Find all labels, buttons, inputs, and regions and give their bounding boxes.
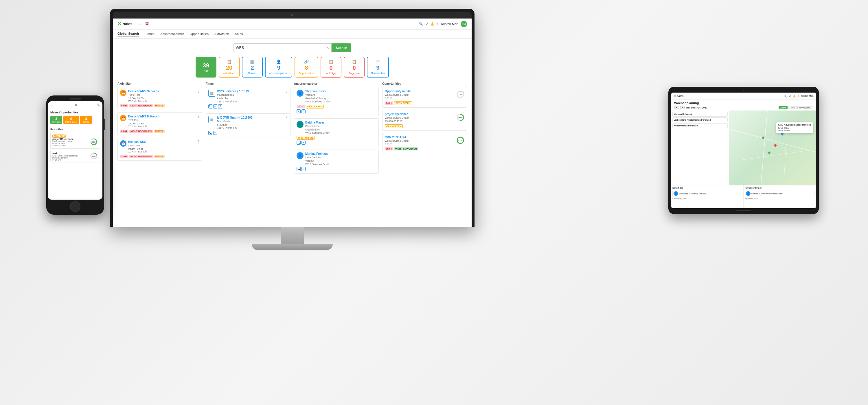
tab-ansprechpartner[interactable]: Ansprechpartner <box>160 32 184 36</box>
contact-mail-2[interactable]: ✉ <box>302 141 306 145</box>
stat-firmen[interactable]: 🏢 2 Firmen <box>242 57 263 77</box>
contact-card-3: ⋮ 👤 Martina Freihaus Leiter Verkauf Verk… <box>294 150 379 174</box>
search-submit-button[interactable]: Suchen <box>332 43 351 52</box>
map-pin-4[interactable] <box>768 151 771 154</box>
phone-page-title: Meine Opportunities <box>48 109 102 116</box>
phone-side-button <box>104 119 105 130</box>
company-actions-1: 📞 ✉ 📍 <box>208 104 288 108</box>
activity-location-2: ZCRM - Besuch <box>128 125 159 128</box>
contact-name-2[interactable]: Bettina Mayer <box>305 121 331 124</box>
company-more-1[interactable]: ⋮ <box>285 89 288 93</box>
stat-angebote-icon: 📋 <box>352 60 356 64</box>
stat-all[interactable]: 39 Alle <box>195 57 216 77</box>
contact-phone-3[interactable]: 📞 <box>297 167 301 171</box>
tablet-share-icon[interactable]: ↑ <box>798 95 799 97</box>
tab-aktivitaeten[interactable]: Aktivitäten <box>214 32 229 36</box>
activity-title-2[interactable]: Besuch WRS Mittwoch <box>128 115 159 118</box>
calendar-icon[interactable]: 📅 <box>144 21 150 27</box>
company-icon-phone[interactable]: 📞 <box>208 104 212 108</box>
tablet-search-icon[interactable]: 🔍 <box>784 95 787 97</box>
stat-auftraege[interactable]: 📋 0 Aufträge <box>320 57 341 77</box>
popup-item-2[interactable]: Neuer Auftritt <box>778 129 811 132</box>
phone-menu-icon[interactable]: ☰ <box>50 103 53 106</box>
bell-icon[interactable]: 🔔 <box>430 22 434 26</box>
company-actions-2: 📞 ✉ <box>208 131 288 135</box>
opp-title-2[interactable]: projectXperience <box>385 113 409 116</box>
phone-stat-0[interactable]: 4 Favoriten <box>50 116 62 124</box>
tablet-refresh-icon[interactable]: ↺ <box>789 95 791 97</box>
stat-aktivitaeten[interactable]: 📋 20 Aktivitäten <box>219 57 240 77</box>
stat-opportunities[interactable]: 🔗 8 Opportunities <box>294 57 318 77</box>
company-icon-phone-2[interactable]: 📞 <box>208 131 212 135</box>
stat-nachrichten[interactable]: ✉️ 9 Nachrichten <box>367 57 389 77</box>
tab-global-search[interactable]: Global Search <box>118 32 139 36</box>
contact-more-2[interactable]: ⋮ <box>373 120 377 124</box>
tablet-view-week[interactable]: Woche <box>779 106 788 110</box>
activity-sub-1: - Test Test <box>128 93 159 97</box>
popup-item-1[interactable]: Email Office <box>778 127 811 129</box>
contact-more-3[interactable]: ⋮ <box>373 152 377 156</box>
company-icon-pin[interactable]: 📍 <box>218 104 222 108</box>
contact-phone-2[interactable]: 📞 <box>297 141 301 145</box>
search-clear-button[interactable]: ✕ <box>327 46 329 50</box>
company-title-2[interactable]: itrX JWR GmbH ( 1015393 <box>217 116 252 119</box>
phone-stat-2[interactable]: 3 Offene <box>80 116 92 124</box>
contact-avatar-2: 👤 <box>297 121 304 128</box>
phone-search-icon[interactable]: 🔍 <box>97 103 100 106</box>
home-icon[interactable]: ⌂ <box>136 21 142 27</box>
company-more-2[interactable]: ⋮ <box>285 116 288 120</box>
activity-date-3: 21.09 <box>120 155 128 158</box>
tablet-view-more[interactable]: Jahresübers... <box>797 106 813 110</box>
company-icon-mail[interactable]: ✉ <box>213 104 217 108</box>
tablet-view-month[interactable]: Monat <box>788 106 797 110</box>
tablet-next-btn[interactable]: ▶ <box>680 106 685 110</box>
company-icon-mail-2[interactable]: ✉ <box>213 131 217 135</box>
contact-mail-1[interactable]: ✉ <box>302 110 306 114</box>
stat-angebote[interactable]: 📋 0 Angebote <box>344 57 365 77</box>
opp-title-1[interactable]: Opportunity mit Art <box>385 90 411 93</box>
opp-title-3[interactable]: CRM 2022 April <box>385 136 409 139</box>
activity-title-3[interactable]: Besuch WRS <box>128 140 147 144</box>
map-pin-2[interactable] <box>774 144 777 147</box>
activity-card-1: ⋮ 📅 Besuch WRS Services - Test Test 13:0… <box>118 87 202 110</box>
tab-firmen[interactable]: Firmen <box>145 32 155 36</box>
phone-card-more-1[interactable]: ⋮ <box>96 133 99 136</box>
opp-date-3: 28.04 <box>385 147 393 150</box>
opp-more-1[interactable]: ⋮ <box>462 89 465 93</box>
card-more-1[interactable]: ⋮ <box>197 89 200 93</box>
refresh-icon[interactable]: ↺ <box>425 22 428 26</box>
opp-more-2[interactable]: ⋮ <box>462 112 465 116</box>
stat-ansprechpartner-number: 9 <box>277 64 280 71</box>
phone-progress-2: 20% <box>90 152 97 160</box>
tablet-view-btns: Woche Monat Jahresübers... <box>779 106 813 110</box>
contact-name-3[interactable]: Martina Freihaus <box>305 152 331 155</box>
map-popup-card: KMS Advanced Micro Devices Email Office … <box>776 122 813 133</box>
tab-opportunities[interactable]: Opportunities <box>190 32 209 36</box>
phone-home-button[interactable] <box>70 201 81 212</box>
tab-sales[interactable]: Sales <box>235 32 243 36</box>
opp-amount-2: 25.000,00 EUR <box>385 120 409 123</box>
card-more-2[interactable]: ⋮ <box>197 114 200 118</box>
tablet-home-bar[interactable] <box>736 210 751 211</box>
tablet-card-text-1: Workforce Machinery (801815... <box>679 193 708 195</box>
opp-more-3[interactable]: ⋮ <box>462 135 465 139</box>
stat-ansprechpartner[interactable]: 👤 9 Ansprechpartner <box>265 57 292 77</box>
share-icon[interactable]: ↑ <box>437 22 438 26</box>
contact-more-1[interactable]: ⋮ <box>373 89 377 93</box>
tablet-prev-btn[interactable]: ◀ <box>674 106 679 110</box>
stat-nachrichten-label: Nachrichten <box>371 72 385 75</box>
activity-title-1[interactable]: Besuch WRS Services <box>128 90 159 93</box>
tablet-sched-title-2[interactable]: Vorbereitung Kundentermin Dortmund <box>674 119 726 121</box>
contact-mail-3[interactable]: ✉ <box>302 167 306 171</box>
top-navbar: ✕ sales ⌂ 📅 🔍 ↺ 🔔 ↑ Torsten Meß <box>113 19 472 30</box>
phone-stat-1[interactable]: 0 Offene Oppo. <box>63 116 79 124</box>
card-more-3[interactable]: ⋮ <box>197 140 200 144</box>
tablet-sched-title-1[interactable]: Morning Rehearsal <box>674 113 726 115</box>
search-icon[interactable]: 🔍 <box>419 22 423 26</box>
contact-phone-1[interactable]: 📞 <box>297 110 301 114</box>
tablet-bell-icon[interactable]: 🔔 <box>793 95 796 97</box>
tablet-sched-title-3[interactable]: Kundentermin Dortmund <box>674 125 726 127</box>
search-query-text: WRS <box>236 46 327 50</box>
company-title-1[interactable]: WRS Services ( 1015198 <box>217 90 250 93</box>
contact-name-1[interactable]: Stephan Ströer <box>305 90 331 93</box>
